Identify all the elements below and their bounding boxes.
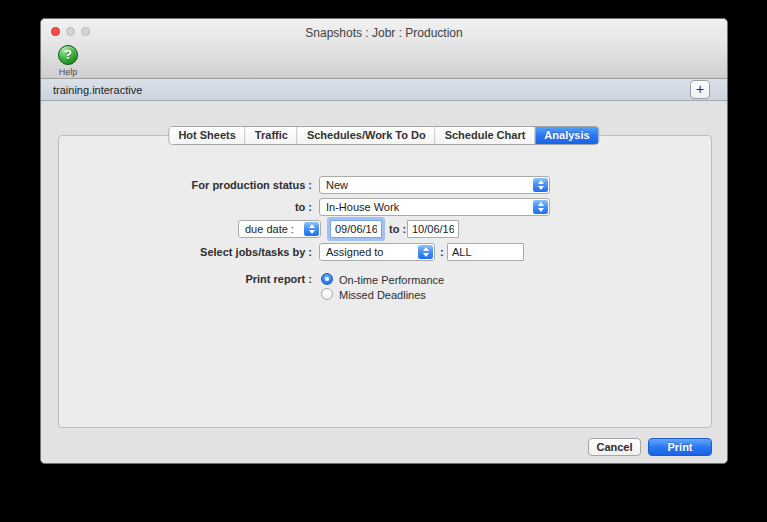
tab-schedule-chart[interactable]: Schedule Chart — [436, 127, 536, 144]
view-tabs: Hot Sheets Traffic Schedules/Work To Do … — [168, 126, 599, 145]
tab-analysis[interactable]: Analysis — [535, 127, 598, 144]
radio-missed-deadlines[interactable] — [321, 288, 333, 300]
popup-stepper-icon — [533, 178, 548, 192]
tab-schedules-work-to-do[interactable]: Schedules/Work To Do — [298, 127, 436, 144]
print-button[interactable]: Print — [648, 438, 712, 456]
production-status-row: For production status : New — [41, 176, 727, 194]
status-to-row: to : In-House Work — [41, 198, 727, 216]
date-to-label: to : — [389, 220, 406, 238]
plus-icon: + — [696, 81, 704, 97]
add-tab-button[interactable]: + — [690, 80, 710, 99]
production-status-value: New — [326, 179, 348, 191]
radio-on-time-performance-label: On-time Performance — [339, 274, 444, 286]
select-by-value: Assigned to — [326, 246, 383, 258]
select-by-label: Select jobs/tasks by : — [200, 243, 312, 261]
app-window: Snapshots : Jobr : Production ? Help tra… — [40, 18, 728, 464]
end-date-field[interactable] — [407, 220, 459, 238]
select-by-filter-field[interactable] — [447, 243, 524, 261]
print-report-row2: Missed Deadlines — [41, 288, 727, 302]
content-area: Hot Sheets Traffic Schedules/Work To Do … — [41, 101, 727, 463]
popup-stepper-icon — [418, 245, 433, 259]
status-to-value: In-House Work — [326, 201, 399, 213]
radio-on-time-performance[interactable] — [321, 273, 333, 285]
document-tab-strip: training.interactive + — [41, 79, 727, 101]
help-button-label: Help — [49, 67, 87, 77]
production-status-label: For production status : — [192, 176, 312, 194]
select-by-popup[interactable]: Assigned to — [319, 243, 435, 261]
date-range-row: From due date : to : — [41, 220, 727, 238]
popup-stepper-icon — [533, 200, 548, 214]
radio-missed-deadlines-label: Missed Deadlines — [339, 289, 426, 301]
title-bar: Snapshots : Jobr : Production ? Help — [41, 19, 727, 79]
popup-stepper-icon — [304, 222, 319, 236]
print-report-label: Print report : — [245, 273, 312, 285]
help-icon: ? — [58, 45, 78, 65]
select-by-separator: : — [440, 243, 444, 261]
window-title: Snapshots : Jobr : Production — [41, 26, 727, 40]
document-tab-training-interactive[interactable]: training.interactive — [53, 79, 142, 101]
cancel-button[interactable]: Cancel — [588, 438, 641, 456]
print-report-row: Print report : On-time Performance — [41, 273, 727, 287]
status-to-popup[interactable]: In-House Work — [319, 198, 550, 216]
tab-hot-sheets[interactable]: Hot Sheets — [169, 127, 245, 144]
start-date-field[interactable] — [330, 220, 382, 238]
date-type-value: due date : — [245, 223, 294, 235]
select-by-row: Select jobs/tasks by : Assigned to : — [41, 243, 727, 261]
status-to-label: to : — [295, 198, 312, 216]
production-status-popup[interactable]: New — [319, 176, 550, 194]
help-button[interactable]: ? Help — [49, 45, 87, 77]
tab-traffic[interactable]: Traffic — [246, 127, 298, 144]
date-type-popup[interactable]: due date : — [238, 220, 321, 238]
